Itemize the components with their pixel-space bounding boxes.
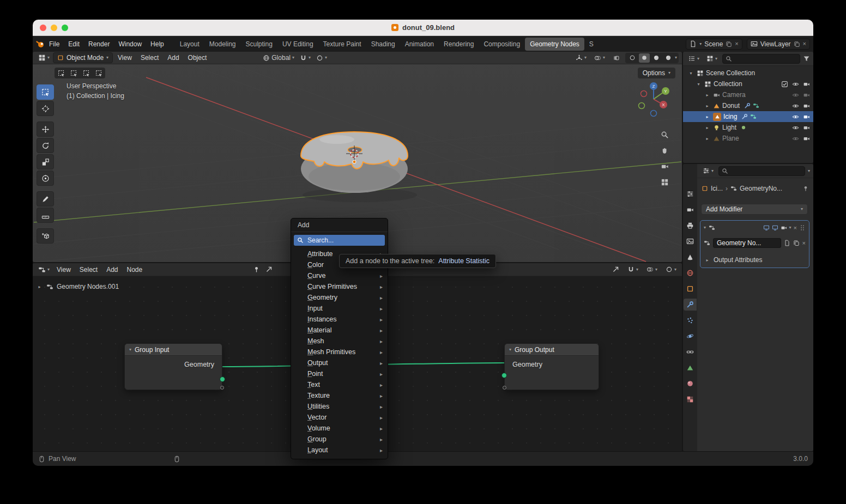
- display-editmode-icon[interactable]: [763, 224, 770, 231]
- disable-render-camera-icon[interactable]: [803, 81, 810, 88]
- display-render-icon[interactable]: [781, 224, 787, 231]
- node-menu-node[interactable]: Node: [123, 264, 147, 275]
- remove-modifier-icon[interactable]: ×: [794, 225, 797, 231]
- tab-constraints[interactable]: [684, 346, 697, 358]
- tab-texture-paint[interactable]: Texture Paint: [318, 38, 366, 51]
- viewport-menu-object[interactable]: Object: [184, 52, 211, 63]
- add-menu-item-mesh[interactable]: Mesh▸: [291, 336, 388, 347]
- maximize-window-button[interactable]: [62, 25, 68, 31]
- outliner-row-donut[interactable]: ▸ Donut: [683, 100, 813, 111]
- hide-eye-icon[interactable]: [792, 92, 799, 99]
- tab-physics[interactable]: [684, 330, 697, 342]
- auto-offset-toggle[interactable]: [610, 265, 621, 274]
- node-menu-select[interactable]: Select: [76, 264, 101, 275]
- disable-render-camera-icon[interactable]: [803, 102, 810, 110]
- properties-search-input[interactable]: [718, 166, 805, 176]
- pin-icon[interactable]: [802, 185, 809, 192]
- tab-object[interactable]: [684, 283, 697, 295]
- navigation-gizmo[interactable]: Z Y X: [636, 81, 671, 120]
- select-subtract-button[interactable]: [80, 68, 92, 78]
- add-menu-item-mesh-primitives[interactable]: Mesh Primitives▸: [291, 347, 388, 357]
- disclosure-icon[interactable]: ▸: [704, 104, 711, 108]
- overlays-toggle[interactable]: ▾: [644, 265, 660, 274]
- node-menu-view[interactable]: View: [53, 264, 75, 275]
- add-menu-item-point[interactable]: Point▸: [291, 368, 388, 379]
- nodetree-browse-icon[interactable]: [704, 240, 710, 246]
- viewlayer-selector[interactable]: ViewLayer ×: [747, 39, 810, 50]
- transform-tool[interactable]: [37, 171, 54, 186]
- editor-options-toggle[interactable]: ▾: [663, 265, 679, 274]
- measure-tool[interactable]: [37, 208, 54, 223]
- new-nodetree-icon[interactable]: [793, 240, 800, 246]
- hide-eye-icon[interactable]: [792, 81, 799, 88]
- add-menu-item-group[interactable]: Group▸: [291, 434, 388, 445]
- move-tool[interactable]: [37, 122, 54, 137]
- filter-icon[interactable]: [803, 55, 810, 62]
- outliner-row-collection[interactable]: ▾ Collection: [683, 78, 813, 89]
- menu-edit[interactable]: Edit: [64, 38, 84, 50]
- node-group-name-field[interactable]: Geometry No...: [713, 238, 781, 248]
- hide-eye-icon[interactable]: [792, 135, 799, 142]
- viewport-menu-select[interactable]: Select: [137, 52, 162, 63]
- tab-scene[interactable]: [684, 251, 697, 263]
- breadcrumb-object[interactable]: Ici...: [711, 185, 723, 192]
- breadcrumb-modifier[interactable]: GeometryNo...: [740, 185, 782, 192]
- add-menu-item-material[interactable]: Material▸: [291, 325, 388, 336]
- disclosure-icon[interactable]: ▸: [704, 136, 711, 141]
- hide-eye-icon[interactable]: [792, 102, 799, 110]
- virtual-input-socket[interactable]: [503, 386, 506, 390]
- menu-render[interactable]: Render: [84, 38, 114, 50]
- panel-disclosure-icon[interactable]: ▸: [36, 284, 43, 289]
- node-tree-breadcrumb[interactable]: ▸ Geometry Nodes.001: [36, 283, 119, 290]
- proportional-editing[interactable]: ▾: [314, 53, 329, 63]
- disclosure-icon[interactable]: ▸: [704, 93, 711, 98]
- shading-material-button[interactable]: [651, 53, 662, 63]
- shading-solid-button[interactable]: [639, 53, 650, 63]
- parent-tree-icon[interactable]: [263, 265, 275, 274]
- select-box-tool[interactable]: [37, 84, 54, 100]
- display-mode-selector[interactable]: ▾: [704, 54, 720, 63]
- tab-material[interactable]: [684, 378, 697, 390]
- tab-render[interactable]: [684, 204, 697, 216]
- cursor-tool[interactable]: [37, 101, 54, 116]
- blender-logo-icon[interactable]: [36, 40, 45, 48]
- transform-orientation[interactable]: Global ▾: [261, 53, 297, 63]
- add-menu-item-vector[interactable]: Vector▸: [291, 412, 388, 423]
- add-modifier-button[interactable]: Add Modifier ▾: [701, 204, 808, 215]
- drag-handle-icon[interactable]: [799, 224, 806, 231]
- camera-view-icon[interactable]: [661, 162, 669, 171]
- geometry-input-socket[interactable]: [501, 373, 507, 378]
- tab-particles[interactable]: [684, 314, 697, 326]
- unlink-scene-icon[interactable]: ×: [735, 41, 738, 47]
- pan-hand-icon[interactable]: [661, 147, 669, 155]
- tab-uv-editing[interactable]: UV Editing: [277, 38, 318, 51]
- viewport-menu-view[interactable]: View: [114, 52, 136, 63]
- rotate-tool[interactable]: [37, 138, 54, 153]
- hide-eye-icon[interactable]: [792, 113, 799, 120]
- outliner-row-icing[interactable]: ▸ Icing: [683, 111, 813, 122]
- panel-disclosure-icon[interactable]: ▸: [704, 258, 711, 263]
- titlebar[interactable]: donut_09.blend: [33, 20, 813, 36]
- disable-render-camera-icon[interactable]: [803, 92, 810, 99]
- menu-file[interactable]: File: [45, 38, 64, 50]
- disclosure-icon[interactable]: ▾: [695, 82, 702, 87]
- outliner-row-light[interactable]: ▸ Light: [683, 122, 813, 133]
- filter-chevron-icon[interactable]: ▾: [808, 169, 810, 173]
- node-header[interactable]: ▾ Group Output: [505, 344, 599, 356]
- outliner-row-camera[interactable]: ▸ Camera: [683, 89, 813, 100]
- tab-object-data[interactable]: [684, 362, 697, 374]
- disclosure-icon[interactable]: ▸: [704, 114, 711, 119]
- disclosure-icon[interactable]: ▸: [704, 125, 711, 130]
- add-menu-item-output[interactable]: Output▸: [291, 357, 388, 368]
- select-intersect-button[interactable]: [93, 68, 105, 78]
- pin-toggle[interactable]: [251, 265, 262, 274]
- tab-scripting-partial[interactable]: S: [584, 38, 599, 51]
- new-scene-icon[interactable]: [726, 41, 732, 47]
- modifier-extras-chevron[interactable]: ▾: [789, 226, 791, 230]
- tab-texture[interactable]: [684, 393, 697, 405]
- add-menu-item-volume[interactable]: Volume▸: [291, 423, 388, 434]
- new-viewlayer-icon[interactable]: [794, 41, 800, 47]
- outliner-row-plane[interactable]: ▸ Plane: [683, 133, 813, 144]
- outliner-row-scene-collection[interactable]: ▾ Scene Collection: [683, 68, 813, 78]
- modifier-panel-header[interactable]: ▾ ▾ ×: [700, 221, 809, 235]
